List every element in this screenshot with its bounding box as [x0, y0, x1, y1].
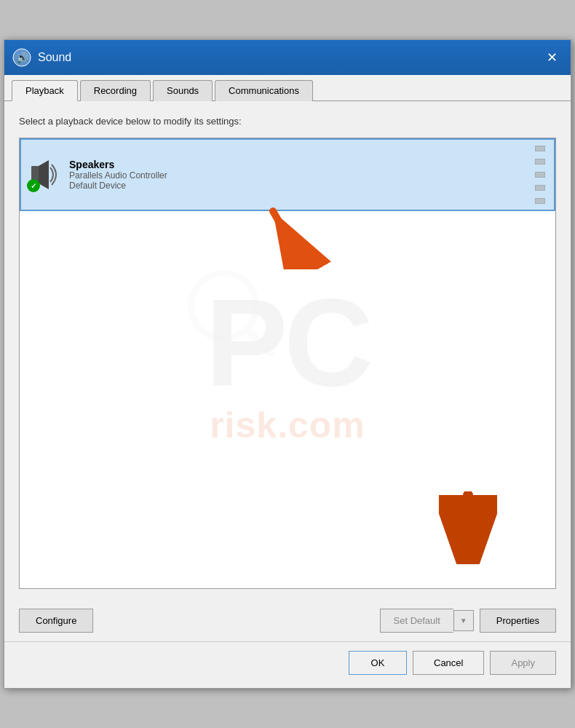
configure-button[interactable]: Configure [19, 609, 93, 633]
sound-icon: 🔊 [12, 47, 32, 68]
description-text: Select a playback device below to modify… [19, 116, 556, 127]
device-name: Speakers [69, 159, 535, 170]
set-default-button[interactable]: Set Default [380, 609, 453, 633]
ok-button[interactable]: OK [349, 651, 407, 675]
content-area: Select a playback device below to modify… [4, 101, 571, 600]
svg-text:🔊: 🔊 [16, 52, 29, 64]
watermark-risk: risk.com [210, 404, 365, 446]
close-button[interactable]: ✕ [540, 46, 563, 69]
tab-recording[interactable]: Recording [80, 80, 151, 101]
tab-playback[interactable]: Playback [12, 80, 78, 101]
bottom-buttons: OK Cancel Apply [4, 641, 571, 688]
tab-communications[interactable]: Communications [215, 80, 313, 101]
action-buttons: Configure Set Default ▼ Properties [4, 600, 571, 641]
svg-marker-3 [39, 160, 49, 189]
svg-line-5 [249, 331, 271, 353]
device-list[interactable]: ✓ Speakers Parallels Audio Controller De… [19, 138, 556, 589]
scroll-indicator [535, 146, 547, 204]
set-default-group: Set Default ▼ [380, 609, 474, 633]
tab-bar: Playback Recording Sounds Communications [4, 75, 571, 101]
set-default-dropdown[interactable]: ▼ [453, 610, 474, 631]
tab-sounds[interactable]: Sounds [153, 80, 213, 101]
speaker-icon: ✓ [28, 159, 60, 191]
sound-dialog: 🔊 Sound ✕ Playback Recording Sounds Comm… [4, 39, 571, 689]
title-bar-text: Sound [38, 51, 540, 64]
watermark: PC risk.com [205, 280, 370, 446]
device-status: Default Device [69, 181, 535, 191]
default-check: ✓ [27, 179, 40, 192]
device-controller: Parallels Audio Controller [69, 170, 535, 181]
title-bar: 🔊 Sound ✕ [4, 40, 571, 75]
properties-button[interactable]: Properties [480, 609, 556, 633]
device-info: Speakers Parallels Audio Controller Defa… [69, 159, 535, 191]
svg-point-4 [191, 273, 256, 339]
watermark-pc: PC [205, 280, 370, 404]
speakers-device-item[interactable]: ✓ Speakers Parallels Audio Controller De… [20, 138, 555, 211]
cancel-button[interactable]: Cancel [413, 651, 484, 675]
apply-button[interactable]: Apply [490, 651, 556, 675]
arrow-down [439, 491, 497, 566]
